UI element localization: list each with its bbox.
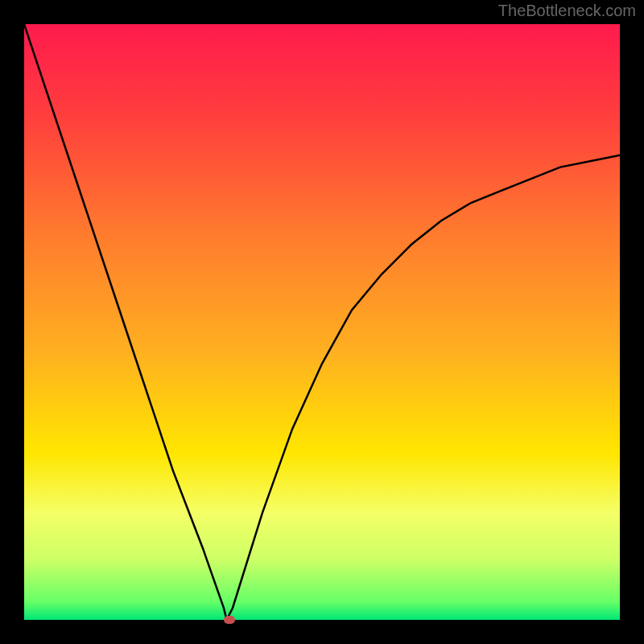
watermark-text: TheBottleneck.com [498,2,636,20]
chart-area [24,24,620,620]
optimal-point-marker [224,616,235,624]
bottleneck-curve [24,24,620,620]
